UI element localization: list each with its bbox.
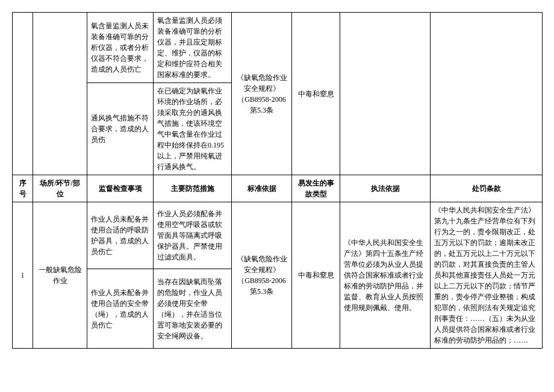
col-location: 场所/环节/部位 [33, 175, 87, 202]
cell-location: 一般缺氧危险作业 [33, 202, 87, 349]
table-row: 氧含量监测人员未装备准确可靠的分析仪器，或者分析仪器不符合要求，造成的人员伤亡 … [13, 13, 543, 83]
cell-inspection: 通风换气措施不符合要求，造成的人员伤 [87, 83, 154, 175]
cell-measure: 氧含量监测人员必须装备准确可靠的分析仪器，并且应定期标定、维护，仪器的标定和维护… [154, 13, 232, 83]
col-index: 序号 [13, 175, 33, 202]
cell-index: 1 [13, 202, 33, 349]
cell-measure: 在已确定为缺氧作业环境的作业场所，必须采取充分的通风换气措施，使该环境空气中氧含… [154, 83, 232, 175]
regulation-table: 氧含量监测人员未装备准确可靠的分析仪器，或者分析仪器不符合要求，造成的人员伤亡 … [12, 12, 543, 349]
cell-measure: 作业人员必须配备并使用空气呼吸器或软管面具等隔离式呼吸保护器具。严禁使用过滤式面… [154, 202, 232, 269]
col-inspection: 监督检查事项 [87, 175, 154, 202]
col-law: 执法依据 [340, 175, 431, 202]
cell-standard: 《缺氧危险作业安全规程》（GB8958-2006 第5.3条 [232, 202, 292, 349]
cell-standard: 《缺氧危险作业安全规程》（GB8958-2006 第5.3条 [232, 13, 292, 175]
cell-penalty: 《中华人民共和国安全生产法》第九十九条生产经营单位有下列行为之一的，责令限期改正… [431, 202, 543, 349]
cell-accident: 中毒和窒息 [292, 202, 340, 349]
table-header: 序号 场所/环节/部位 监督检查事项 主要防范措施 标准依据 易发生的事故类型 … [13, 175, 543, 202]
col-penalty: 处罚条款 [431, 175, 543, 202]
cell-inspection: 作业人员未配备并使用合适的安全带 （绳），造成的人员伤亡 [87, 269, 154, 349]
col-standard: 标准依据 [232, 175, 292, 202]
col-accident: 易发生的事故类型 [292, 175, 340, 202]
col-measure: 主要防范措施 [154, 175, 232, 202]
cell-measure: 当存在因缺氧而坠落的危险时，作业人员必须使用安全带（绳），并在适当位置可靠地安装… [154, 269, 232, 349]
cell-law: 《中华人民共和国安全生产法》第四十五条生产经营单位必须为从业人员提供符合国家标准… [340, 202, 431, 349]
cell-inspection: 氧含量监测人员未装备准确可靠的分析仪器，或者分析仪器不符合要求，造成的人员伤亡 [87, 13, 154, 83]
cell-accident: 中毒和窒息 [292, 13, 340, 175]
table-row: 1 一般缺氧危险作业 作业人员未配备并使用合适的呼吸防护器具，造成的人员伤亡 作… [13, 202, 543, 269]
cell-inspection: 作业人员未配备并使用合适的呼吸防护器具，造成的人员伤亡 [87, 202, 154, 269]
